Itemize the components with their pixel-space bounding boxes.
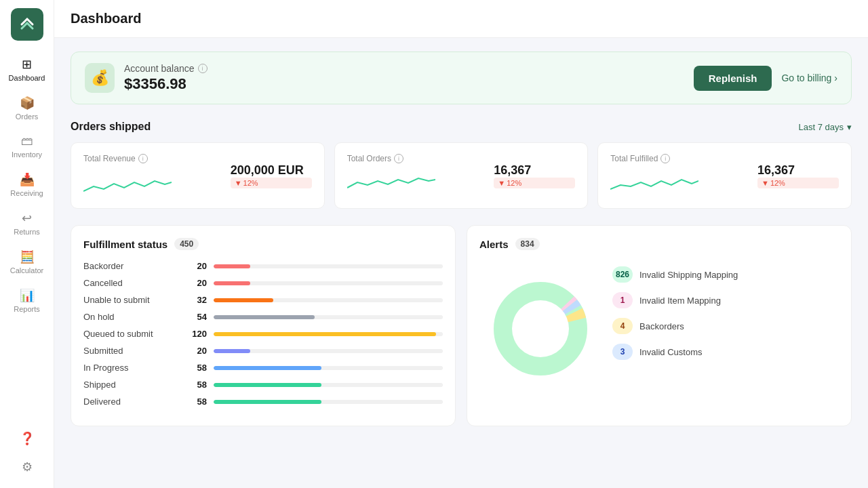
fulfillment-row: Delivered 58 [83,396,443,407]
fulfillment-row-label: On hold [83,312,178,322]
sidebar-item-label: Returns [14,228,40,236]
alerts-panel: Alerts 834 [467,225,852,426]
fulfillment-bar-fill [214,366,321,370]
balance-info: Account balance i $3356.98 [124,63,208,93]
fulfillment-row-label: Backorder [83,261,178,271]
fulfillment-row: Cancelled 20 [83,278,443,288]
sidebar-item-calculator[interactable]: 🧮 Calculator [4,244,50,280]
sidebar-item-inventory[interactable]: 🗃 Inventory [4,129,50,164]
fulfillment-bar-track [214,383,443,387]
orders-shipped-header: Orders shipped Last 7 days ▾ [71,121,852,133]
sidebar-item-orders[interactable]: 📦 Orders [4,90,50,126]
sidebar-item-reports[interactable]: 📊 Reports [4,283,50,319]
fulfillment-row-label: Queued to submit [83,329,178,339]
fulfillment-row-label: In Progress [83,363,178,373]
alert-count-badge: 4 [612,318,633,334]
stat-badge-fulfilled: ▼12% [757,178,839,188]
fulfillment-row-label: Submitted [83,346,178,356]
inventory-icon: 🗃 [21,134,33,148]
chevron-right-icon: › [834,73,837,83]
alert-label: Invalid Shipping Mapping [639,270,738,280]
fulfillment-bar-fill [214,315,315,319]
dashboard-icon: ⊞ [22,57,32,72]
stat-left: Total Fulfilled i [610,154,757,197]
fulfillment-row: Queued to submit 120 [83,329,443,339]
sidebar-item-receiving[interactable]: 📥 Receiving [4,167,50,203]
fulfillment-panel-header: Fulfillment status 450 [83,238,443,250]
replenish-button[interactable]: Replenish [694,66,772,91]
date-filter-dropdown[interactable]: Last 7 days ▾ [799,122,852,132]
stat-value-fulfilled: 16,367 [757,163,839,178]
fulfillment-bar-track [214,315,443,319]
fulfillment-row-count: 58 [185,380,207,390]
sidebar-item-label: Inventory [12,150,42,159]
stat-badge-revenue: ▼12% [231,178,312,188]
calculator-icon: 🧮 [20,249,35,264]
fulfillment-bar-track [214,349,443,353]
fulfillment-bar-fill [214,349,250,353]
orders-shipped-title: Orders shipped [71,121,151,133]
fulfillment-bar-track [214,281,443,285]
fulfillment-bar-fill [214,281,250,285]
alerts-title: Alerts [479,239,509,250]
fulfillment-bar-fill [214,264,250,268]
alert-count-badge: 826 [612,266,633,283]
orders-sparkline [347,167,435,195]
fulfillment-bar-fill [214,400,321,404]
fulfillment-row-count: 58 [185,363,207,373]
stat-left: Total Orders i [347,154,494,197]
stat-value-orders: 16,367 [494,163,575,178]
go-to-billing-link[interactable]: Go to billing › [781,73,837,83]
fulfillment-row-label: Unable to submit [83,295,178,305]
info-icon: i [660,154,670,163]
sidebar-item-returns[interactable]: ↩ Returns [4,205,50,241]
settings-icon: ⚙ [22,460,33,474]
sidebar-item-settings[interactable]: ⚙ [4,454,50,480]
stat-card-fulfilled: Total Fulfilled i 16,367 ▼12% [597,142,852,209]
sidebar-item-label: Dashboard [9,74,45,82]
fulfillment-bar-track [214,332,443,336]
info-icon: i [394,154,403,163]
content-area: 💰 Account balance i $3356.98 Replenish G… [54,38,868,488]
alert-label: Invalid Customs [639,347,702,357]
receiving-icon: 📥 [20,172,35,187]
stat-value-revenue: 200,000 EUR [231,163,312,178]
alerts-inner: 826 Invalid Shipping Mapping 1 Invalid I… [479,261,839,396]
stat-card-revenue: Total Revenue i 200,000 EUR ▼12% [71,142,325,209]
info-icon: i [138,154,148,163]
balance-actions: Replenish Go to billing › [694,66,837,91]
fulfillment-row: On hold 54 [83,312,443,322]
fulfillment-panel: Fulfillment status 450 Backorder 20 Canc… [71,225,456,426]
fulfillment-row-count: 20 [185,261,207,271]
fulfillment-rows: Backorder 20 Cancelled 20 Unable to subm… [83,261,443,407]
fulfillment-bar-track [214,298,443,302]
stat-label-revenue: Total Revenue i [83,154,231,163]
alert-list: 826 Invalid Shipping Mapping 1 Invalid I… [612,261,839,360]
fulfillment-row-label: Delivered [83,396,178,407]
help-icon: ❓ [20,431,35,446]
alert-label: Invalid Item Mapping [639,296,721,306]
balance-banner: 💰 Account balance i $3356.98 Replenish G… [71,52,852,104]
alert-count-badge: 1 [612,292,633,308]
sidebar-item-help[interactable]: ❓ [4,426,50,451]
revenue-sparkline [83,167,172,195]
stat-badge-orders: ▼12% [494,178,575,188]
fulfillment-bar-track [214,264,443,268]
alert-item: 4 Backorders [612,318,839,334]
fulfillment-row-count: 58 [185,396,207,407]
stats-grid: Total Revenue i 200,000 EUR ▼12% [71,142,852,209]
sidebar-item-label: Reports [14,305,40,313]
bottom-panels: Fulfillment status 450 Backorder 20 Canc… [71,225,852,426]
svg-point-4 [512,300,569,357]
alert-item: 826 Invalid Shipping Mapping [612,266,839,283]
alert-count-badge: 3 [612,344,633,360]
fulfillment-row-count: 20 [185,278,207,288]
alerts-panel-header: Alerts 834 [479,238,839,250]
stat-right-orders: 16,367 ▼12% [494,163,575,188]
alert-label: Backorders [639,321,684,331]
orders-icon: 📦 [20,96,35,110]
stat-card-orders: Total Orders i 16,367 ▼12% [334,142,589,209]
alert-item: 1 Invalid Item Mapping [612,292,839,308]
sidebar-item-label: Receiving [10,189,43,197]
sidebar-item-dashboard[interactable]: ⊞ Dashboard [4,52,50,87]
